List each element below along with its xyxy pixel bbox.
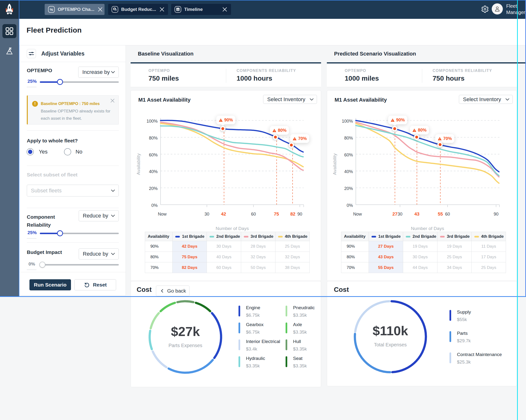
svg-text:42: 42 [221, 211, 226, 217]
svg-text:100%: 100% [147, 119, 158, 124]
svg-text:60%: 60% [344, 152, 353, 157]
svg-text:20%: 20% [149, 186, 158, 191]
svg-text:80%: 80% [344, 136, 353, 140]
svg-text:60: 60 [251, 212, 256, 217]
svg-text:80%: 80% [149, 136, 158, 140]
svg-text:Number of Days: Number of Days [411, 226, 444, 231]
svg-text:Now: Now [353, 212, 362, 217]
svg-text:40%: 40% [149, 169, 158, 174]
svg-text:40%: 40% [344, 169, 353, 174]
svg-text:27: 27 [392, 211, 397, 217]
svg-text:90: 90 [297, 212, 302, 217]
svg-text:90: 90 [494, 212, 498, 217]
svg-text:20%: 20% [344, 186, 353, 191]
svg-text:Availability: Availability [332, 153, 337, 175]
svg-text:$: $ [114, 8, 115, 10]
svg-text:60: 60 [445, 212, 450, 217]
svg-text:0%: 0% [347, 203, 353, 208]
svg-text:100%: 100% [342, 119, 353, 124]
svg-text:Number of Days: Number of Days [216, 226, 249, 231]
svg-text:43: 43 [414, 211, 419, 217]
svg-text:Availability: Availability [136, 153, 141, 175]
svg-text:55: 55 [438, 211, 443, 217]
svg-text:Now: Now [158, 212, 167, 217]
svg-text:75: 75 [274, 211, 279, 217]
svg-text:30: 30 [204, 212, 209, 217]
svg-text:60%: 60% [149, 152, 158, 157]
svg-text:30: 30 [398, 212, 402, 217]
svg-text:%: % [50, 8, 53, 12]
svg-text:0%: 0% [151, 203, 158, 208]
svg-text:82: 82 [290, 211, 295, 217]
